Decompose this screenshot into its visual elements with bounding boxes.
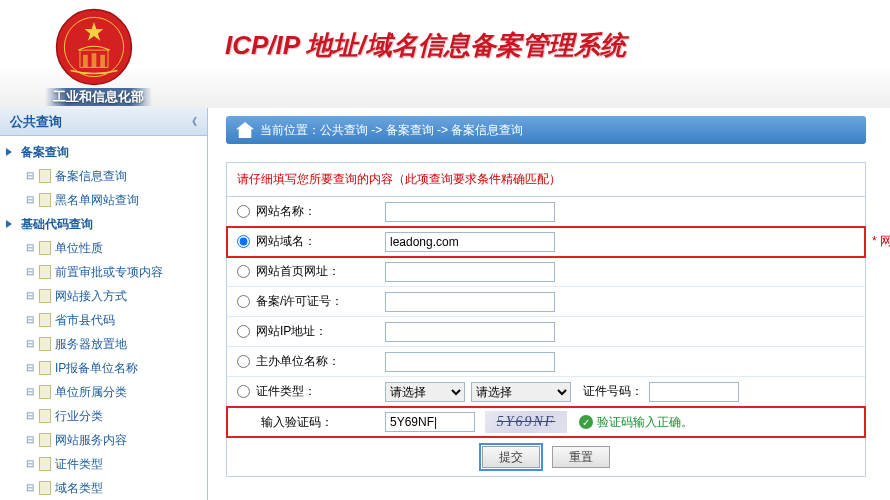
bullet-icon: ⊟ (26, 430, 34, 450)
row-site-name: 网站名称： (227, 197, 865, 227)
radio-site-domain[interactable]: 网站域名： (227, 233, 377, 250)
bullet-icon: ⊟ (26, 382, 34, 402)
radio-ip-addr-input[interactable] (237, 325, 250, 338)
submit-button[interactable]: 提交 (482, 446, 540, 468)
tree-item[interactable]: ⊟单位性质 (0, 236, 207, 260)
paper-icon (38, 337, 52, 351)
row-site-domain: 网站域名： * 网站域名必须输入 (227, 227, 865, 257)
sidebar-panel-header[interactable]: 公共查询 《 (0, 108, 207, 136)
paper-icon (38, 313, 52, 327)
radio-homepage[interactable]: 网站首页网址： (227, 263, 377, 280)
paper-icon (38, 433, 52, 447)
tree-item[interactable]: ⊟服务器放置地 (0, 332, 207, 356)
radio-site-name[interactable]: 网站名称： (227, 203, 377, 220)
row-cert-type: 证件类型： 请选择 请选择 证件号码： (227, 377, 865, 407)
radio-site-name-input[interactable] (237, 205, 250, 218)
captcha-label: 输入验证码： (227, 414, 377, 431)
svg-rect-5 (92, 53, 97, 67)
captcha-image[interactable]: 5Y69NF (485, 411, 567, 433)
bullet-icon: ⊟ (26, 166, 34, 186)
radio-site-domain-input[interactable] (237, 235, 250, 248)
bullet-icon: ⊟ (26, 454, 34, 474)
reset-button[interactable]: 重置 (552, 446, 610, 468)
tree-item[interactable]: ⊟IP报备单位名称 (0, 356, 207, 380)
tree-item[interactable]: ⊟证件类型 (0, 452, 207, 476)
paper-icon (38, 289, 52, 303)
radio-license-no-input[interactable] (237, 295, 250, 308)
tree-item[interactable]: ⊟域名类型 (0, 476, 207, 496)
tree-item[interactable]: ⊟前置审批或专项内容 (0, 260, 207, 284)
tree-group[interactable]: 基础代码查询 (0, 212, 207, 236)
captcha-valid-msg: ✓ 验证码输入正确。 (579, 414, 693, 431)
form-hint: 请仔细填写您所要查询的内容（此项查询要求条件精确匹配） (227, 163, 865, 197)
tree-item[interactable]: ⊟省市县代码 (0, 308, 207, 332)
row-captcha: 输入验证码： 5Y69NF ✓ 验证码输入正确。 (227, 407, 865, 437)
row-org-name: 主办单位名称： (227, 347, 865, 377)
row-homepage: 网站首页网址： (227, 257, 865, 287)
radio-license-no[interactable]: 备案/许可证号： (227, 293, 377, 310)
paper-icon (38, 409, 52, 423)
paper-icon (38, 241, 52, 255)
query-form: 请仔细填写您所要查询的内容（此项查询要求条件精确匹配） 网站名称： 网站域名： … (226, 162, 866, 477)
bullet-icon: ⊟ (26, 478, 34, 496)
radio-ip-addr[interactable]: 网站IP地址： (227, 323, 377, 340)
tree-item[interactable]: ⊟黑名单网站查询 (0, 188, 207, 212)
radio-cert-type[interactable]: 证件类型： (227, 383, 377, 400)
arrow-icon (4, 146, 18, 158)
button-row: 提交 重置 (227, 437, 865, 476)
input-ip-addr[interactable] (385, 322, 555, 342)
row-ip-addr: 网站IP地址： (227, 317, 865, 347)
radio-org-name[interactable]: 主办单位名称： (227, 353, 377, 370)
paper-icon (38, 193, 52, 207)
org-name: 工业和信息化部 (45, 88, 152, 106)
select-cert-type-2[interactable]: 请选择 (471, 382, 571, 402)
bullet-icon: ⊟ (26, 406, 34, 426)
input-license-no[interactable] (385, 292, 555, 312)
select-cert-type-1[interactable]: 请选择 (385, 382, 465, 402)
cert-no-label: 证件号码： (583, 383, 643, 400)
tree-item[interactable]: ⊟单位所属分类 (0, 380, 207, 404)
radio-cert-type-input[interactable] (237, 385, 250, 398)
paper-icon (38, 385, 52, 399)
tree-group[interactable]: 备案查询 (0, 140, 207, 164)
paper-icon (38, 481, 52, 495)
app-header: 工业和信息化部 ICP/IP 地址/域名信息备案管理系统 (0, 0, 890, 108)
tree-item[interactable]: ⊟备案信息查询 (0, 164, 207, 188)
input-site-domain[interactable] (385, 232, 555, 252)
system-title: ICP/IP 地址/域名信息备案管理系统 (225, 28, 626, 63)
paper-icon (38, 169, 52, 183)
sidebar-tree: 备案查询⊟备案信息查询⊟黑名单网站查询基础代码查询⊟单位性质⊟前置审批或专项内容… (0, 136, 207, 496)
bullet-icon: ⊟ (26, 310, 34, 330)
svg-rect-4 (83, 55, 88, 67)
input-site-name[interactable] (385, 202, 555, 222)
bullet-icon: ⊟ (26, 262, 34, 282)
row-license-no: 备案/许可证号： (227, 287, 865, 317)
bullet-icon: ⊟ (26, 334, 34, 354)
main-content: 当前位置：公共查询 -> 备案查询 -> 备案信息查询 请仔细填写您所要查询的内… (208, 108, 890, 500)
collapse-icon[interactable]: 《 (187, 108, 197, 136)
sidebar-panel-title: 公共查询 (10, 108, 62, 136)
input-cert-no[interactable] (649, 382, 739, 402)
input-homepage[interactable] (385, 262, 555, 282)
home-icon[interactable] (236, 122, 254, 138)
svg-rect-6 (100, 55, 105, 67)
radio-homepage-input[interactable] (237, 265, 250, 278)
paper-icon (38, 457, 52, 471)
paper-icon (38, 361, 52, 375)
paper-icon (38, 265, 52, 279)
bullet-icon: ⊟ (26, 190, 34, 210)
arrow-icon (4, 218, 18, 230)
radio-org-name-input[interactable] (237, 355, 250, 368)
bullet-icon: ⊟ (26, 238, 34, 258)
check-icon: ✓ (579, 415, 593, 429)
bullet-icon: ⊟ (26, 358, 34, 378)
tree-item[interactable]: ⊟行业分类 (0, 404, 207, 428)
required-note: * 网站域名必须输入 (872, 233, 890, 250)
input-captcha[interactable] (385, 412, 475, 432)
tree-item[interactable]: ⊟网站服务内容 (0, 428, 207, 452)
breadcrumb-text: 当前位置：公共查询 -> 备案查询 -> 备案信息查询 (260, 116, 523, 144)
tree-item[interactable]: ⊟网站接入方式 (0, 284, 207, 308)
national-emblem-icon (55, 8, 133, 86)
input-org-name[interactable] (385, 352, 555, 372)
bullet-icon: ⊟ (26, 286, 34, 306)
